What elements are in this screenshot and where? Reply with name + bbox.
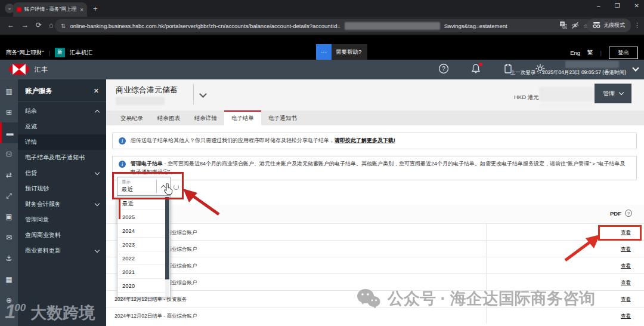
cursor-hand-icon (163, 183, 173, 195)
option-2023[interactable]: 2023 (117, 238, 170, 251)
svg-text:A: A (564, 25, 566, 29)
period-dropdown-list: 最近 2025 2024 2023 2022 2021 2020 2019 (117, 196, 171, 297)
sidebar-item-overview[interactable]: 总览 (18, 119, 106, 134)
wechat-watermark: 公众号 · 海企达国际商务咨询 (357, 288, 595, 309)
forward-icon[interactable]: → (21, 21, 29, 29)
view-link[interactable]: 查看 (621, 296, 631, 303)
sidebar-panel: 账户服务 ✕ 结余 总览 详情 电子结单及电子通知书 信贷 预订现钞 财务会计服… (18, 79, 106, 326)
notifications-bell-icon[interactable] (470, 63, 481, 74)
hsbc-header: 汇丰 ? 上一次登录： 2025年04月23日 09:05:57 (香港时间) (0, 60, 644, 79)
info-banner-manage: i 管理电子结单 - 您可查阅最近84个月的商业综合账户、港元往来账户及港元储蓄… (112, 156, 637, 180)
rail-payments-icon[interactable]: ⊡ (0, 143, 18, 164)
sidebar-item-business-info-update[interactable]: 商业资料更新 (18, 243, 106, 259)
address-bar[interactable]: ⇅ online-banking.business.hsbc.com.hk/po… (55, 19, 595, 32)
lang-traditional-link[interactable]: 繁 (587, 49, 593, 57)
home-icon[interactable]: ⌂ (49, 21, 53, 29)
info-icon: i (119, 137, 126, 144)
tab-balance-chart[interactable]: 结余图表 (150, 110, 187, 125)
rail-video-icon[interactable]: ▦ (0, 269, 18, 290)
view-link[interactable]: 查看 (621, 279, 631, 287)
sidebar-icon-rail: ▥ ⊞ ▬ ⊡ ⇄ ⤢ ▣ ✉ ⚓ ▦ ⊕ (0, 79, 18, 326)
account-tabs: 交易纪录 结余图表 结余详情 电子结单 电子通知书 (106, 110, 644, 125)
translate-icon[interactable]: 文A (560, 21, 567, 30)
currency-label: HKD 港元 (514, 94, 539, 102)
site-brand[interactable]: 商务"网上理财" (6, 49, 44, 57)
eye-off-icon[interactable] (571, 21, 579, 30)
site-info-icon[interactable]: ⇅ (61, 23, 66, 29)
sidebar-item-estatements[interactable]: 电子结单及电子通知书 (18, 150, 106, 165)
annotation-arrow-view-link (559, 234, 601, 264)
chevron-down-icon (95, 201, 100, 205)
back-icon[interactable]: ← (7, 21, 14, 29)
redacted-balance-sub (539, 103, 594, 109)
rail-wallet-icon[interactable]: ▣ (0, 206, 18, 227)
sidebar-item-order-banknotes[interactable]: 预订现钞 (18, 181, 106, 196)
window-restore-button[interactable]: ❐ (615, 2, 620, 9)
redacted-account-number (116, 97, 165, 105)
hsbcnet-link[interactable]: 汇丰机汇 (70, 49, 92, 57)
redacted-balance (539, 87, 594, 102)
tab-transactions[interactable]: 交易纪录 (113, 110, 150, 125)
sidebar-item-credit[interactable]: 信贷 (18, 165, 106, 181)
view-link[interactable]: 查看 (621, 313, 631, 320)
rail-business-icon[interactable]: ▥ (0, 81, 18, 102)
sidebar-item-finance-accounting[interactable]: 财务会计服务 (18, 196, 106, 212)
incognito-label: 无痕模式 (603, 21, 625, 29)
logout-button[interactable]: 登出 (609, 47, 638, 59)
view-link[interactable]: 查看 (621, 246, 631, 253)
sidebar-item-view-business-info[interactable]: 查阅商业资料 (18, 227, 106, 243)
annotation-box-view-link (598, 225, 642, 241)
option-2020[interactable]: 2020 (117, 279, 170, 293)
annotation-box-dropdown (112, 172, 184, 199)
view-link[interactable]: 查看 (621, 263, 631, 270)
tab-estatement[interactable]: 电子结单 (224, 110, 261, 125)
tab-close-icon[interactable]: × (80, 7, 83, 13)
account-name: 商业综合港元储蓄 (116, 85, 178, 96)
browser-tab[interactable]: 账户详情 - 商务"网上理财" × (13, 2, 87, 17)
new-badge: 新 (55, 48, 65, 57)
pdf-help-icon[interactable]: ? (625, 210, 632, 217)
dropdown-scrollbar[interactable] (165, 197, 169, 297)
rail-reports-icon[interactable]: ⤢ (0, 185, 18, 206)
hsbc-logo-icon (8, 64, 30, 75)
redacted-company-name (565, 61, 619, 68)
window-close-button[interactable]: ✕ (634, 2, 639, 9)
rail-offers-icon[interactable]: ⊞ (0, 102, 18, 122)
need-help-label: 需要帮助? (336, 48, 361, 56)
rail-trade-icon[interactable]: ⚓ (0, 248, 18, 269)
rail-accounts-icon[interactable]: ▬ (0, 122, 18, 143)
need-help-button[interactable]: ··· 需要帮助? (316, 44, 367, 60)
option-2019[interactable]: 2019 (117, 293, 170, 297)
help-icon[interactable]: ? (438, 63, 449, 74)
sidebar-close-icon[interactable]: ✕ (94, 87, 99, 95)
statement-row: 2024年12月02日 结单 - 商业综合账户 查看 (106, 307, 644, 324)
profile-chevron-down-icon[interactable] (632, 64, 639, 71)
reload-icon[interactable]: ⟳ (36, 21, 42, 29)
hsbc-brand-text: 汇丰 (35, 65, 48, 74)
new-tab-button[interactable]: + (93, 4, 98, 13)
window-minimize-button[interactable]: – (597, 2, 600, 9)
rail-mail-icon[interactable]: ✉ (0, 227, 18, 248)
sidebar-item-balances[interactable]: 结余 (18, 103, 106, 119)
account-chevron-down-icon[interactable] (199, 90, 207, 98)
browser-menu-icon[interactable]: ⋮ (634, 21, 640, 29)
account-header: 商业综合港元储蓄 HKD 港元 管理 (106, 79, 644, 110)
rail-transfers-icon[interactable]: ⇄ (0, 164, 18, 185)
info-icon: i (119, 161, 126, 168)
lang-english-link[interactable]: Eng (570, 50, 580, 56)
sidebar-title: 账户服务 (25, 87, 52, 96)
option-2025[interactable]: 2025 (117, 210, 170, 224)
site-utility-bar: 商务"网上理财" | 新 汇丰机汇 ··· 需要帮助? Eng 繁 | 登出 (0, 35, 644, 60)
option-2022[interactable]: 2022 (117, 251, 170, 265)
notification-dot (479, 63, 482, 66)
annotation-arrow-dropdown (182, 188, 224, 218)
tab-eadvice[interactable]: 电子通知书 (261, 110, 304, 125)
option-2021[interactable]: 2021 (117, 265, 170, 279)
sidebar-item-manage-consent[interactable]: 管理同意 (18, 212, 106, 227)
learn-more-link[interactable]: 请即按此了解更多及下载! (335, 137, 395, 143)
tab-balance-details[interactable]: 结余详情 (187, 110, 224, 125)
option-2024[interactable]: 2024 (117, 224, 170, 238)
sidebar-item-details[interactable]: 详情 (18, 134, 106, 150)
divider: | (49, 50, 50, 56)
manage-button[interactable]: 管理 (595, 84, 631, 103)
